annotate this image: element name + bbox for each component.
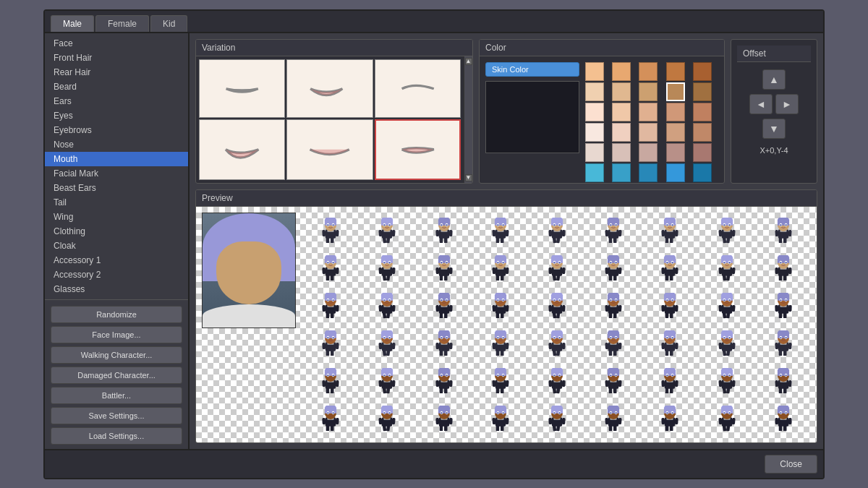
color-swatch-4[interactable] bbox=[693, 62, 712, 81]
color-swatch-27[interactable] bbox=[639, 163, 658, 182]
color-swatch-6[interactable] bbox=[612, 82, 631, 101]
svg-rect-555 bbox=[495, 370, 506, 375]
color-swatch-16[interactable] bbox=[612, 123, 631, 142]
offset-down-button[interactable]: ▼ bbox=[762, 119, 786, 139]
sprite-cell-1-7 bbox=[699, 250, 754, 286]
sprite-cell-0-6 bbox=[642, 213, 697, 249]
color-swatch-8[interactable] bbox=[666, 82, 685, 101]
randomize-button[interactable]: Randomize bbox=[51, 306, 182, 323]
tab-female[interactable]: Female bbox=[95, 15, 149, 32]
color-swatch-23[interactable] bbox=[666, 143, 685, 162]
scroll-down-arrow[interactable]: ▼ bbox=[465, 174, 472, 181]
svg-point-671 bbox=[446, 412, 447, 414]
color-swatch-2[interactable] bbox=[639, 62, 658, 81]
svg-rect-634 bbox=[322, 417, 326, 424]
sprite-cell-5-0 bbox=[303, 401, 358, 437]
color-swatch-9[interactable] bbox=[693, 82, 712, 101]
color-swatch-20[interactable] bbox=[585, 143, 604, 162]
sprite-cell-5-4 bbox=[529, 401, 584, 437]
sidebar-item-cloak[interactable]: Cloak bbox=[45, 239, 188, 253]
color-swatch-21[interactable] bbox=[612, 143, 631, 162]
walking-character-button[interactable]: Walking Character... bbox=[51, 346, 182, 364]
sidebar-item-eyebrows[interactable]: Eyebrows bbox=[45, 123, 188, 137]
battler-button[interactable]: Battler... bbox=[51, 387, 182, 404]
color-dropdown[interactable]: Skin Color bbox=[485, 62, 579, 77]
sidebar-item-beast-ears[interactable]: Beast Ears bbox=[45, 181, 188, 195]
svg-point-529 bbox=[384, 374, 386, 377]
close-button[interactable]: Close bbox=[765, 455, 817, 474]
color-swatch-12[interactable] bbox=[639, 103, 658, 121]
sidebar-item-beard[interactable]: Beard bbox=[45, 80, 188, 94]
color-swatch-29[interactable] bbox=[693, 163, 712, 182]
color-swatch-18[interactable] bbox=[666, 123, 685, 142]
variation-cell-5[interactable] bbox=[375, 119, 461, 180]
load-settings-button[interactable]: Load Settings... bbox=[51, 427, 182, 445]
color-swatch-19[interactable] bbox=[693, 123, 712, 142]
sprite-cell-2-3 bbox=[473, 288, 528, 324]
color-swatch-25[interactable] bbox=[585, 163, 604, 182]
sidebar-item-facial-mark[interactable]: Facial Mark bbox=[45, 166, 188, 181]
color-swatch-17[interactable] bbox=[639, 123, 658, 142]
color-swatch-24[interactable] bbox=[693, 143, 712, 162]
svg-rect-201 bbox=[618, 267, 622, 273]
sidebar-item-clothing[interactable]: Clothing bbox=[45, 224, 188, 239]
svg-rect-219 bbox=[664, 257, 676, 262]
svg-point-405 bbox=[389, 337, 391, 339]
offset-left-button[interactable]: ◄ bbox=[749, 94, 773, 114]
svg-rect-299 bbox=[505, 304, 509, 311]
color-swatch-3[interactable] bbox=[666, 62, 685, 81]
sidebar-item-face[interactable]: Face bbox=[45, 36, 188, 51]
sidebar-item-eyes[interactable]: Eyes bbox=[45, 108, 188, 123]
face-image-button[interactable]: Face Image... bbox=[51, 326, 182, 343]
sidebar-item-accessory-2[interactable]: Accessory 2 bbox=[45, 267, 188, 282]
face-collar bbox=[203, 304, 295, 328]
color-swatch-15[interactable] bbox=[585, 123, 604, 142]
sprite-cell-4-4 bbox=[529, 363, 584, 399]
sidebar-item-nose[interactable]: Nose bbox=[45, 137, 188, 152]
color-swatch-7[interactable] bbox=[639, 82, 658, 101]
color-swatch-26[interactable] bbox=[612, 163, 631, 182]
sidebar-item-wing[interactable]: Wing bbox=[45, 210, 188, 224]
color-swatch-22[interactable] bbox=[639, 143, 658, 162]
sidebar-item-accessory-1[interactable]: Accessory 1 bbox=[45, 253, 188, 267]
color-swatch-28[interactable] bbox=[666, 163, 685, 182]
color-swatch-1[interactable] bbox=[612, 62, 631, 81]
svg-rect-368 bbox=[775, 304, 778, 311]
save-settings-button[interactable]: Save Settings... bbox=[51, 407, 182, 424]
svg-rect-513 bbox=[325, 370, 336, 375]
sidebar-item-mouth[interactable]: Mouth bbox=[45, 152, 188, 166]
variation-cell-3[interactable] bbox=[199, 119, 285, 180]
variation-cell-4[interactable] bbox=[286, 119, 373, 180]
sidebar-item-rear-hair[interactable]: Rear Hair bbox=[45, 65, 188, 80]
offset-right-button[interactable]: ► bbox=[775, 94, 799, 114]
svg-rect-359 bbox=[721, 295, 733, 300]
sprite-cell-4-1 bbox=[359, 363, 414, 399]
svg-rect-270 bbox=[379, 304, 383, 311]
color-swatch-14[interactable] bbox=[693, 103, 712, 121]
variation-cell-2[interactable] bbox=[375, 59, 461, 119]
svg-rect-46 bbox=[492, 229, 495, 236]
damaged-character-button[interactable]: Damaged Character... bbox=[51, 367, 182, 384]
offset-panel: Offset ▲ ◄ ► ▼ X+0,Y-4 bbox=[731, 39, 817, 184]
offset-up-button[interactable]: ▲ bbox=[762, 69, 786, 90]
color-swatch-13[interactable] bbox=[666, 103, 685, 121]
color-swatch-0[interactable] bbox=[585, 62, 604, 81]
color-swatch-11[interactable] bbox=[612, 103, 631, 121]
svg-rect-37 bbox=[438, 220, 449, 225]
svg-rect-149 bbox=[381, 257, 393, 262]
sidebar-item-front-hair[interactable]: Front Hair bbox=[45, 51, 188, 65]
svg-rect-93 bbox=[664, 220, 676, 225]
sidebar-item-tail[interactable]: Tail bbox=[45, 195, 188, 210]
svg-rect-649 bbox=[392, 417, 396, 424]
svg-rect-466 bbox=[662, 342, 665, 348]
variation-cell-0[interactable] bbox=[199, 59, 285, 119]
color-swatch-5[interactable] bbox=[585, 82, 604, 101]
sprite-cell-1-3 bbox=[473, 250, 528, 286]
sidebar-item-ears[interactable]: Ears bbox=[45, 94, 188, 108]
tab-kid[interactable]: Kid bbox=[150, 15, 187, 32]
tab-male[interactable]: Male bbox=[51, 15, 94, 32]
variation-cell-1[interactable] bbox=[286, 59, 373, 119]
sidebar-item-glasses[interactable]: Glasses bbox=[45, 282, 188, 296]
scroll-up-arrow[interactable]: ▲ bbox=[465, 58, 472, 65]
color-swatch-10[interactable] bbox=[585, 103, 604, 121]
